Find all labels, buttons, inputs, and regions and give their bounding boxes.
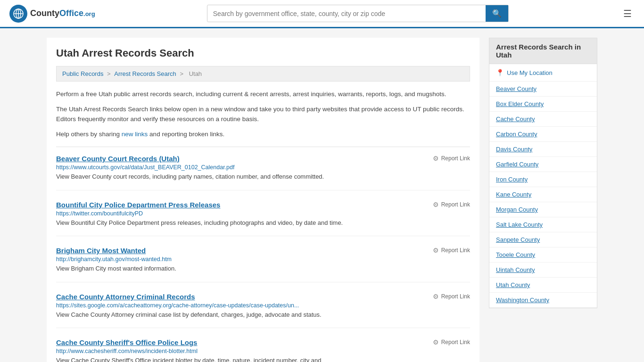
result-item-header: Cache County Sheriff's Office Police Log… [56, 338, 470, 346]
result-desc-1: View Bountiful City Police Department pr… [56, 218, 470, 228]
results-list: Beaver County Court Records (Utah) ⚙ Rep… [56, 155, 470, 362]
content-area: Utah Arrest Records Search Public Record… [47, 38, 479, 362]
logo-icon [9, 5, 27, 23]
logo-text: CountyOffice.org [30, 8, 95, 18]
sidebar-county-morgan-county[interactable]: Morgan County [489, 202, 597, 217]
result-item: Brigham City Most Wanted ⚙ Report Link h… [56, 247, 470, 282]
content-divider [56, 147, 470, 147]
pin-icon: 📍 [496, 69, 504, 76]
breadcrumb-sep-2: > [180, 70, 185, 77]
report-link-label-3: Report Link [441, 293, 470, 300]
result-item: Cache County Attorney Criminal Records ⚙… [56, 293, 470, 329]
sidebar-county-washington-county[interactable]: Washington County [489, 293, 597, 308]
result-url-4[interactable]: http://www.cachesheriff.com/news/inciden… [56, 348, 470, 354]
report-link-button-4[interactable]: ⚙ Report Link [433, 338, 470, 346]
report-link-label-1: Report Link [441, 201, 470, 208]
sidebar-county-utah-county[interactable]: Utah County [489, 278, 597, 293]
result-title-0[interactable]: Beaver County Court Records (Utah) [56, 155, 180, 163]
sidebar-county-davis-county[interactable]: Davis County [489, 142, 597, 157]
report-icon-0: ⚙ [433, 155, 439, 162]
sidebar-county-tooele-county[interactable]: Tooele County [489, 247, 597, 263]
report-icon-3: ⚙ [433, 293, 439, 300]
page-title: Utah Arrest Records Search [56, 47, 470, 59]
result-item-header: Brigham City Most Wanted ⚙ Report Link [56, 247, 470, 255]
main-container: Utah Arrest Records Search Public Record… [39, 28, 605, 362]
result-title-1[interactable]: Bountiful City Police Department Press R… [56, 201, 220, 209]
breadcrumb-public-records[interactable]: Public Records [62, 70, 103, 77]
sidebar-county-iron-county[interactable]: Iron County [489, 172, 597, 187]
report-link-label-0: Report Link [441, 155, 470, 162]
result-item: Bountiful City Police Department Press R… [56, 201, 470, 237]
site-header: CountyOffice.org 🔍 ☰ [0, 0, 644, 28]
breadcrumb-sep-1: > [107, 70, 112, 77]
desc-para-1: Perform a free Utah public arrest record… [56, 89, 470, 99]
hamburger-menu-button[interactable]: ☰ [620, 5, 635, 22]
report-icon-4: ⚙ [433, 338, 439, 346]
use-location-label: Use My Location [507, 69, 553, 76]
result-url-1[interactable]: https://twitter.com/bountifulcityPD [56, 210, 470, 217]
result-item-header: Cache County Attorney Criminal Records ⚙… [56, 293, 470, 301]
breadcrumb: Public Records > Arrest Records Search >… [56, 66, 470, 82]
breadcrumb-utah: Utah [189, 70, 202, 77]
result-item-header: Bountiful City Police Department Press R… [56, 201, 470, 209]
desc-para-2: The Utah Arrest Records Search links bel… [56, 104, 470, 124]
sidebar-box: Arrest Records Search in Utah 📍 Use My L… [489, 38, 597, 308]
result-url-2[interactable]: http://brighamcity.utah.gov/most-wanted.… [56, 256, 470, 263]
sidebar-county-beaver-county[interactable]: Beaver County [489, 82, 597, 97]
breadcrumb-arrest-records[interactable]: Arrest Records Search [114, 70, 176, 77]
sidebar-county-sanpete-county[interactable]: Sanpete County [489, 232, 597, 247]
result-item: Beaver County Court Records (Utah) ⚙ Rep… [56, 155, 470, 190]
sidebar: Arrest Records Search in Utah 📍 Use My L… [489, 38, 597, 362]
result-desc-0: View Beaver County court records, includ… [56, 172, 470, 181]
sidebar-county-cache-county[interactable]: Cache County [489, 112, 597, 127]
result-item: Cache County Sheriff's Office Police Log… [56, 338, 470, 362]
desc-para-3: Help others by sharing new links and rep… [56, 129, 470, 140]
result-title-2[interactable]: Brigham City Most Wanted [56, 247, 146, 255]
sidebar-county-carbon-county[interactable]: Carbon County [489, 127, 597, 142]
report-link-button-2[interactable]: ⚙ Report Link [433, 247, 470, 254]
new-links-link[interactable]: new links [122, 131, 148, 138]
search-bar[interactable]: 🔍 [207, 5, 509, 22]
report-link-label-4: Report Link [441, 339, 470, 346]
report-link-label-2: Report Link [441, 247, 470, 254]
report-link-button-3[interactable]: ⚙ Report Link [433, 293, 470, 300]
description: Perform a free Utah public arrest record… [56, 89, 470, 139]
report-icon-2: ⚙ [433, 247, 439, 254]
report-icon-1: ⚙ [433, 201, 439, 208]
use-location-button[interactable]: 📍 Use My Location [489, 64, 597, 82]
search-input[interactable] [207, 6, 486, 21]
sidebar-county-box-elder-county[interactable]: Box Elder County [489, 97, 597, 112]
sidebar-county-garfield-county[interactable]: Garfield County [489, 157, 597, 172]
result-desc-2: View Brigham City most wanted informatio… [56, 264, 470, 273]
result-url-0[interactable]: https://www.utcourts.gov/cal/data/Just_B… [56, 164, 470, 171]
sidebar-county-uintah-county[interactable]: Uintah County [489, 263, 597, 278]
result-desc-3: View Cache County Attorney criminal case… [56, 310, 470, 320]
sidebar-county-salt-lake-county[interactable]: Salt Lake County [489, 217, 597, 232]
result-title-3[interactable]: Cache County Attorney Criminal Records [56, 293, 195, 301]
logo[interactable]: CountyOffice.org [9, 5, 95, 23]
result-desc-4: View Cache County Sheriff's Office incid… [56, 356, 470, 362]
sidebar-title: Arrest Records Search in Utah [489, 38, 597, 64]
report-link-button-1[interactable]: ⚙ Report Link [433, 201, 470, 208]
result-item-header: Beaver County Court Records (Utah) ⚙ Rep… [56, 155, 470, 163]
result-title-4[interactable]: Cache County Sheriff's Office Police Log… [56, 338, 197, 346]
search-button[interactable]: 🔍 [486, 5, 508, 22]
result-url-3[interactable]: https://sites.google.com/a/cacheattorney… [56, 302, 470, 309]
county-links-list: Beaver CountyBox Elder CountyCache Count… [489, 82, 597, 308]
sidebar-county-kane-county[interactable]: Kane County [489, 187, 597, 202]
report-link-button-0[interactable]: ⚙ Report Link [433, 155, 470, 162]
